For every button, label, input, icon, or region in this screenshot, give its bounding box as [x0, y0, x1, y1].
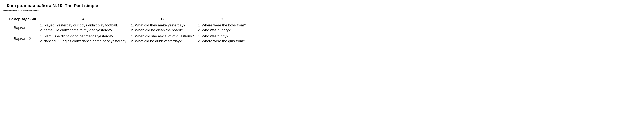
row-label: Вариант 2 [7, 33, 38, 44]
table-row: Вариант 2 1. went. She didn't go to her … [7, 33, 248, 44]
cell-text: 1. When did she ask a lot of questions? [131, 34, 194, 39]
header-b: B [129, 16, 196, 22]
cell-text: 1. What did they make yesterday? [131, 23, 194, 28]
cell-text: 2. When did he clean the board? [131, 28, 194, 33]
row-label: Вариант 1 [7, 22, 38, 33]
cell-b: 1. When did she ask a lot of questions? … [129, 33, 196, 44]
cell-text: 2. Where were the girls from? [198, 39, 246, 44]
cell-c: 1. Where were the boys from? 2. Who was … [196, 22, 248, 33]
cell-text: 1. Who was funny? [198, 34, 246, 39]
page-title: Контрольная работа №10. The Past simple [7, 3, 642, 8]
header-row: Номер задания A B C [7, 16, 248, 22]
header-c: C [196, 16, 248, 22]
page-subtitle: Контрольная работа 10. The Past simple –… [2, 10, 642, 11]
header-num: Номер задания [7, 16, 38, 22]
header-a: A [38, 16, 129, 22]
cell-text: 1. Where were the boys from? [198, 23, 246, 28]
cell-text: 1. went. She didn't go to her friends ye… [40, 34, 127, 39]
cell-text: 1. played. Yesterday our boys didn't pla… [40, 23, 127, 28]
cell-text: 2. came. He didn't come to my dad yester… [40, 28, 127, 33]
cell-text: 2. What did he drink yesterday? [131, 39, 194, 44]
cell-b: 1. What did they make yesterday? 2. When… [129, 22, 196, 33]
table-row: Вариант 1 1. played. Yesterday our boys … [7, 22, 248, 33]
cell-text: 2. Who was hungry? [198, 28, 246, 33]
cell-c: 1. Who was funny? 2. Where were the girl… [196, 33, 248, 44]
answers-table: Номер задания A B C Вариант 1 1. played.… [7, 16, 248, 44]
cell-a: 1. went. She didn't go to her friends ye… [38, 33, 129, 44]
cell-a: 1. played. Yesterday our boys didn't pla… [38, 22, 129, 33]
cell-text: 2. danced. Our girls didn't dance at the… [40, 39, 127, 44]
